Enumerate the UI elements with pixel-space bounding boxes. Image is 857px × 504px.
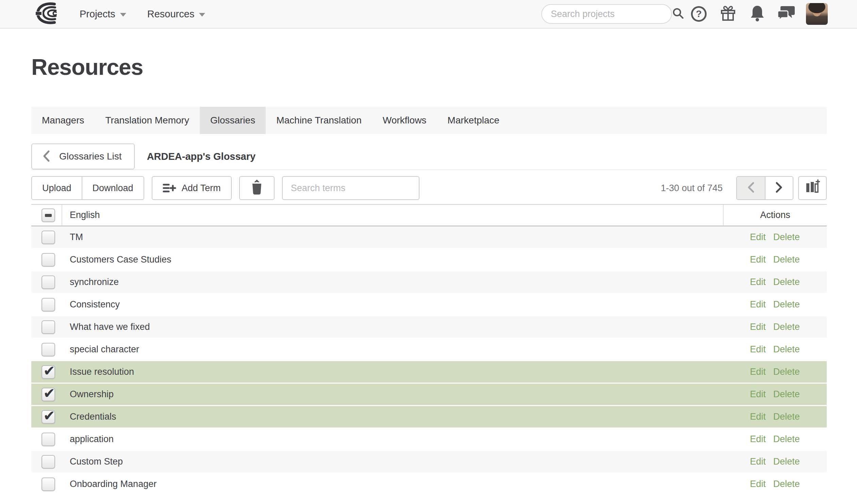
nav-menu-projects[interactable]: Projects: [80, 9, 126, 20]
edit-link[interactable]: Edit: [750, 299, 766, 310]
notifications-button[interactable]: [747, 3, 768, 24]
row-checkbox[interactable]: [42, 477, 55, 491]
table-body: TM Edit Delete Customers Case Studies Ed…: [31, 226, 827, 496]
edit-link[interactable]: Edit: [750, 479, 766, 489]
nav-menu-resources[interactable]: Resources: [147, 9, 205, 20]
delete-link[interactable]: Delete: [773, 299, 800, 310]
download-button[interactable]: Download: [82, 177, 144, 199]
current-glossary-title: ARDEA-app's Glossary: [147, 151, 256, 162]
row-checkbox[interactable]: [42, 410, 55, 424]
table-row: Customers Case Studies Edit Delete: [31, 249, 827, 271]
app-logo[interactable]: [34, 2, 63, 26]
delete-link[interactable]: Delete: [773, 344, 800, 355]
bell-icon: [748, 4, 766, 24]
delete-link[interactable]: Delete: [773, 254, 800, 265]
manage-columns-button[interactable]: [798, 176, 827, 200]
trash-icon: [250, 179, 263, 198]
chevron-left-icon: [42, 150, 50, 163]
delete-link[interactable]: Delete: [773, 322, 800, 332]
back-button-label: Glossaries List: [59, 151, 122, 162]
row-checkbox[interactable]: [42, 253, 55, 267]
term-text: application: [62, 434, 723, 444]
list-plus-icon: [163, 182, 176, 194]
row-checkbox[interactable]: [42, 320, 55, 334]
gift-icon: [719, 4, 738, 24]
delete-link[interactable]: Delete: [773, 411, 800, 422]
row-checkbox[interactable]: [42, 433, 55, 446]
edit-link[interactable]: Edit: [750, 322, 766, 332]
delete-terms-button[interactable]: [239, 176, 275, 200]
delete-link[interactable]: Delete: [773, 389, 800, 400]
table-row: Ownership Edit Delete: [31, 384, 827, 406]
tab-translation-memory[interactable]: Translation Memory: [95, 107, 200, 134]
tab-managers[interactable]: Managers: [31, 107, 95, 134]
row-checkbox[interactable]: [42, 455, 55, 469]
term-text: TM: [62, 232, 723, 242]
row-checkbox[interactable]: [42, 275, 55, 289]
row-checkbox[interactable]: [42, 388, 55, 401]
project-search-box: [541, 4, 672, 24]
row-checkbox[interactable]: [42, 343, 55, 356]
table-row: Credentials Edit Delete: [31, 406, 827, 429]
edit-link[interactable]: Edit: [750, 434, 766, 444]
edit-link[interactable]: Edit: [750, 367, 766, 377]
main-content: Resources ManagersTranslation MemoryGlos…: [0, 56, 857, 496]
upload-download-group: Upload Download: [31, 176, 144, 200]
columns-plus-icon: [805, 179, 820, 197]
table-row: synchronize Edit Delete: [31, 271, 827, 294]
row-checkbox[interactable]: [42, 298, 55, 312]
messages-button[interactable]: [776, 3, 797, 24]
table-row: Custom Step Edit Delete: [31, 451, 827, 473]
pagination-count: 1-30 out of 745: [661, 183, 723, 194]
edit-link[interactable]: Edit: [750, 344, 766, 355]
delete-link[interactable]: Delete: [773, 479, 800, 489]
edit-link[interactable]: Edit: [750, 456, 766, 467]
nav-resources-label: Resources: [147, 9, 195, 20]
question-circle-icon: ?: [691, 6, 707, 22]
chevron-right-icon: [775, 181, 784, 195]
pagination-group: [736, 176, 793, 200]
upload-button[interactable]: Upload: [32, 177, 82, 199]
row-checkbox[interactable]: [42, 231, 55, 244]
term-text: Custom Step: [62, 456, 723, 467]
tab-machine-translation[interactable]: Machine Translation: [266, 107, 372, 134]
table-row: special character Edit Delete: [31, 339, 827, 361]
table-header-row: English Actions: [31, 204, 827, 226]
delete-link[interactable]: Delete: [773, 434, 800, 444]
search-terms-input[interactable]: [282, 176, 419, 200]
tab-workflows[interactable]: Workflows: [372, 107, 437, 134]
table-row: Onboarding Manager Edit Delete: [31, 473, 827, 496]
search-icon[interactable]: [671, 6, 685, 21]
edit-link[interactable]: Edit: [750, 232, 766, 242]
term-text: Consistency: [62, 299, 723, 310]
tab-marketplace[interactable]: Marketplace: [437, 107, 510, 134]
delete-link[interactable]: Delete: [773, 277, 800, 287]
glossaries-list-back-button[interactable]: Glossaries List: [31, 144, 135, 169]
add-term-button[interactable]: Add Term: [152, 176, 232, 200]
delete-link[interactable]: Delete: [773, 232, 800, 242]
page-title: Resources: [31, 56, 827, 78]
next-page-button[interactable]: [765, 177, 793, 199]
search-projects-input[interactable]: [551, 9, 671, 19]
column-header-actions: Actions: [723, 205, 827, 225]
term-text: What have we fixed: [62, 322, 723, 332]
row-checkbox[interactable]: [42, 365, 55, 379]
edit-link[interactable]: Edit: [750, 254, 766, 265]
term-text: synchronize: [62, 277, 723, 287]
term-text: Ownership: [62, 389, 723, 400]
select-all-checkbox[interactable]: [42, 208, 55, 222]
gifts-button[interactable]: [718, 3, 739, 24]
edit-link[interactable]: Edit: [750, 389, 766, 400]
user-avatar[interactable]: [806, 3, 828, 25]
previous-page-button[interactable]: [737, 177, 765, 199]
chevron-down-icon: [120, 13, 126, 17]
edit-link[interactable]: Edit: [750, 411, 766, 422]
table-row: Consistency Edit Delete: [31, 294, 827, 316]
help-button[interactable]: ?: [688, 3, 709, 24]
delete-link[interactable]: Delete: [773, 367, 800, 377]
term-text: special character: [62, 344, 723, 355]
tab-glossaries[interactable]: Glossaries: [200, 107, 266, 134]
delete-link[interactable]: Delete: [773, 456, 800, 467]
term-text: Customers Case Studies: [62, 254, 723, 265]
edit-link[interactable]: Edit: [750, 277, 766, 287]
